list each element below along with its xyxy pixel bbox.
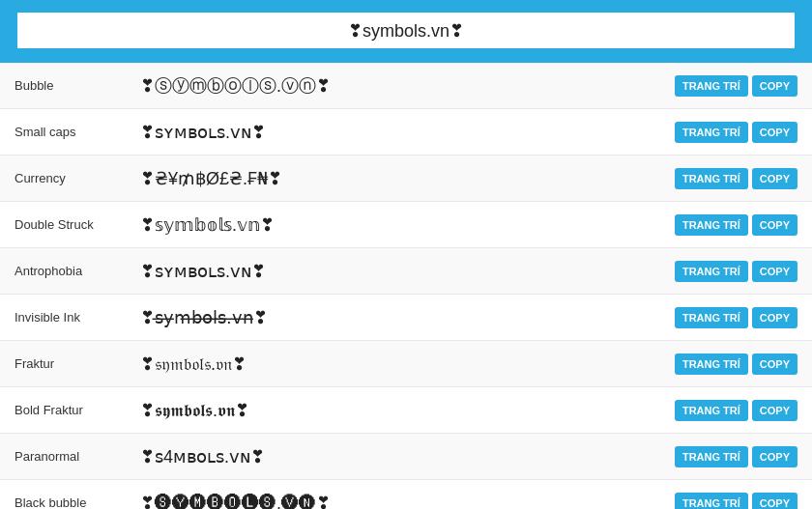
row-text: ❣𝖘𝖞𝖒𝖇𝖔𝖑𝖘.𝖛𝖓❣ [130, 400, 675, 421]
trangri-button[interactable]: TRANG TRÍ [675, 214, 748, 236]
row-label: Bold Fraktur [14, 403, 130, 417]
copy-button[interactable]: COPY [752, 75, 798, 97]
row-actions: TRANG TRÍ COPY [675, 353, 798, 375]
row-actions: TRANG TRÍ COPY [675, 307, 798, 328]
trangri-button[interactable]: TRANG TRÍ [675, 122, 748, 143]
row-actions: TRANG TRÍ COPY [675, 122, 798, 143]
search-bar [0, 0, 812, 63]
row-actions: TRANG TRÍ COPY [675, 75, 798, 97]
row-actions: TRANG TRÍ COPY [675, 168, 798, 189]
copy-button[interactable]: COPY [752, 168, 798, 189]
search-input[interactable] [14, 10, 798, 51]
row-text: ❣ꜱʏᴍʙᴏʟꜱ.ᴠɴ❣ [130, 122, 675, 143]
row-actions: TRANG TRÍ COPY [675, 261, 798, 282]
row-label: Black bubble [14, 495, 130, 509]
copy-button[interactable]: COPY [752, 122, 798, 143]
row-text: ❣🅢🅨🅜🅑🅞🅛🅢.🅥🅝❣ [130, 493, 675, 510]
table-row: Bold Fraktur ❣𝖘𝖞𝖒𝖇𝖔𝖑𝖘.𝖛𝖓❣ TRANG TRÍ COPY [0, 387, 812, 434]
row-text: ❣𝔰𝔶𝔪𝔟𝔬𝔩𝔰.𝔳𝔫❣ [130, 353, 675, 375]
table-row: Paranormal ❣ꜱ4ᴍʙᴏʟꜱ.ᴠɴ❣ TRANG TRÍ COPY [0, 434, 812, 480]
copy-button[interactable]: COPY [752, 353, 798, 375]
copy-button[interactable]: COPY [752, 446, 798, 467]
table-row: Small caps ❣ꜱʏᴍʙᴏʟꜱ.ᴠɴ❣ TRANG TRÍ COPY [0, 109, 812, 156]
table-row: Currency ❣₴¥₥฿Ø£₴.₣₦❣ TRANG TRÍ COPY [0, 156, 812, 202]
row-actions: TRANG TRÍ COPY [675, 493, 798, 510]
row-label: Bubble [14, 78, 130, 93]
row-label: Invisible Ink [14, 310, 130, 325]
trangri-button[interactable]: TRANG TRÍ [675, 261, 748, 282]
trangri-button[interactable]: TRANG TRÍ [675, 75, 748, 97]
trangri-button[interactable]: TRANG TRÍ [675, 446, 748, 467]
row-label: Double Struck [14, 217, 130, 232]
row-text: ❣ꜱʏᴍʙᴏʟꜱ.ᴠɴ❣ [130, 261, 675, 282]
trangri-button[interactable]: TRANG TRÍ [675, 493, 748, 510]
table-row: Double Struck ❣𝕤𝕪𝕞𝕓𝕠𝕝𝕤.𝕧𝕟❣ TRANG TRÍ COP… [0, 202, 812, 248]
row-label: Currency [14, 171, 130, 185]
row-actions: TRANG TRÍ COPY [675, 400, 798, 421]
copy-button[interactable]: COPY [752, 400, 798, 421]
trangri-button[interactable]: TRANG TRÍ [675, 307, 748, 328]
copy-button[interactable]: COPY [752, 493, 798, 510]
table-row: Fraktur ❣𝔰𝔶𝔪𝔟𝔬𝔩𝔰.𝔳𝔫❣ TRANG TRÍ COPY [0, 341, 812, 387]
table-row: Invisible Ink ❣s̶y̶m̶b̶o̶l̶s̶.̶v̶n̶❣ TRA… [0, 295, 812, 341]
copy-button[interactable]: COPY [752, 214, 798, 236]
table-row: Black bubble ❣🅢🅨🅜🅑🅞🅛🅢.🅥🅝❣ TRANG TRÍ COPY [0, 480, 812, 509]
row-label: Paranormal [14, 449, 130, 464]
copy-button[interactable]: COPY [752, 307, 798, 328]
row-label: Fraktur [14, 356, 130, 371]
row-text: ❣s̶y̶m̶b̶o̶l̶s̶.̶v̶n̶❣ [130, 307, 675, 328]
row-actions: TRANG TRÍ COPY [675, 214, 798, 236]
row-actions: TRANG TRÍ COPY [675, 446, 798, 467]
row-label: Antrophobia [14, 264, 130, 278]
rows-container: Bubble ❣ⓢⓨⓜⓑⓞⓛⓢ.ⓥⓝ❣ TRANG TRÍ COPY Small… [0, 63, 812, 509]
row-text: ❣ⓢⓨⓜⓑⓞⓛⓢ.ⓥⓝ❣ [130, 74, 675, 98]
table-row: Bubble ❣ⓢⓨⓜⓑⓞⓛⓢ.ⓥⓝ❣ TRANG TRÍ COPY [0, 63, 812, 109]
trangri-button[interactable]: TRANG TRÍ [675, 400, 748, 421]
table-row: Antrophobia ❣ꜱʏᴍʙᴏʟꜱ.ᴠɴ❣ TRANG TRÍ COPY [0, 248, 812, 295]
row-text: ❣₴¥₥฿Ø£₴.₣₦❣ [130, 168, 675, 189]
row-text: ❣𝕤𝕪𝕞𝕓𝕠𝕝𝕤.𝕧𝕟❣ [130, 214, 675, 236]
row-label: Small caps [14, 125, 130, 139]
main-container: Bubble ❣ⓢⓨⓜⓑⓞⓛⓢ.ⓥⓝ❣ TRANG TRÍ COPY Small… [0, 0, 812, 509]
copy-button[interactable]: COPY [752, 261, 798, 282]
row-text: ❣ꜱ4ᴍʙᴏʟꜱ.ᴠɴ❣ [130, 446, 675, 467]
trangri-button[interactable]: TRANG TRÍ [675, 353, 748, 375]
trangri-button[interactable]: TRANG TRÍ [675, 168, 748, 189]
